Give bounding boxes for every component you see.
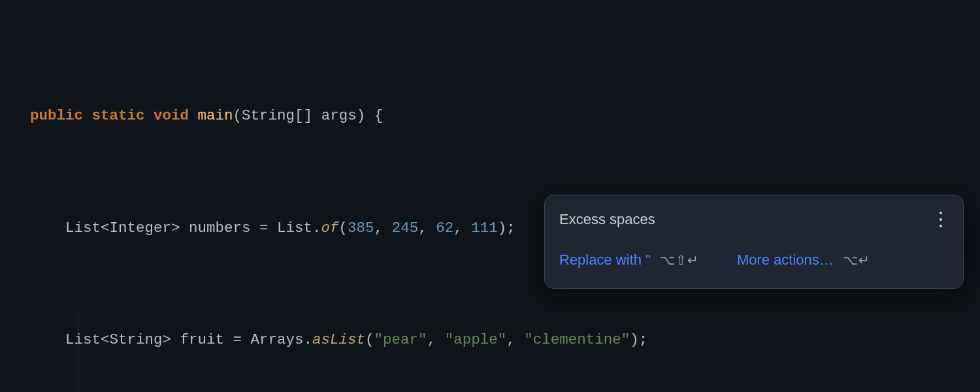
number-literal: 62 xyxy=(436,220,453,237)
action-label: More actions… xyxy=(737,246,834,274)
quick-fix-popup[interactable]: Excess spaces Replace with " ⌥⇧↵ More ac… xyxy=(544,195,964,289)
keyword-static: static xyxy=(92,107,145,124)
code-text: (String[] args) { xyxy=(233,107,384,124)
static-call: of xyxy=(321,220,339,237)
more-actions-action[interactable]: More actions… ⌥↵ xyxy=(737,246,870,274)
replace-with-action[interactable]: Replace with " ⌥⇧↵ xyxy=(559,246,699,274)
code-line[interactable]: public static void main(String[] args) { xyxy=(30,102,980,130)
popup-title: Excess spaces xyxy=(559,206,655,233)
code-text: List<Integer> numbers = List. xyxy=(30,220,321,237)
code-line[interactable]: List<String> fruit = Arrays.asList("pear… xyxy=(30,326,980,354)
string-literal: "apple" xyxy=(445,331,507,348)
number-literal: 385 xyxy=(348,220,374,237)
indent-guide xyxy=(78,314,78,392)
punct: ( xyxy=(339,220,348,237)
keyword-void: void xyxy=(154,107,189,124)
number-literal: 245 xyxy=(392,220,419,237)
static-call: asList xyxy=(312,331,365,348)
string-literal: "clementine" xyxy=(524,331,630,348)
keyword-public: public xyxy=(30,107,83,124)
string-literal: "pear" xyxy=(374,331,427,348)
keyboard-shortcut: ⌥⇧↵ xyxy=(660,248,699,272)
keyboard-shortcut: ⌥↵ xyxy=(843,248,870,272)
method-name: main xyxy=(198,107,233,124)
kebab-menu-icon[interactable] xyxy=(933,210,949,229)
number-literal: 111 xyxy=(471,220,498,237)
code-text: List<String> fruit = Arrays. xyxy=(30,331,312,348)
code-editor[interactable]: public static void main(String[] args) {… xyxy=(0,0,980,392)
action-label: Replace with " xyxy=(559,246,651,274)
